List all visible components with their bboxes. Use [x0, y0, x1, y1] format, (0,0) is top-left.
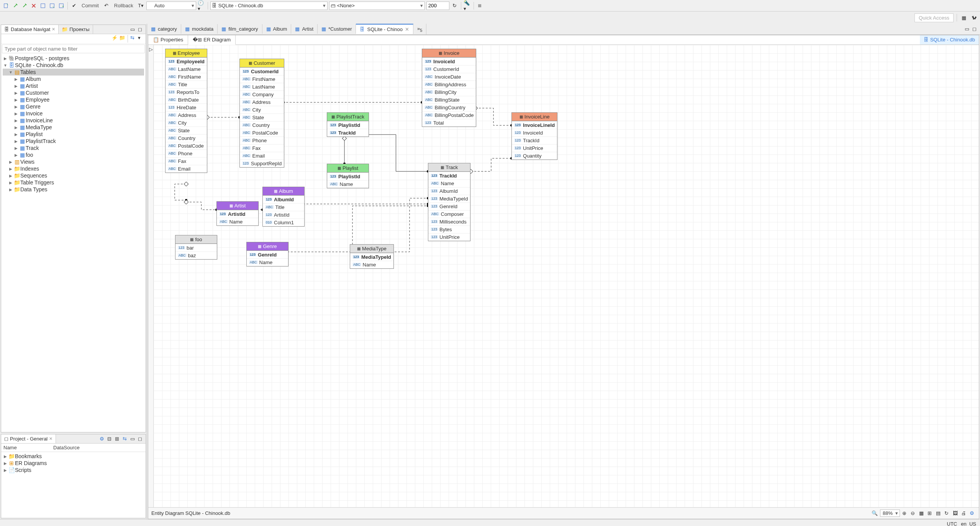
settings-icon[interactable]: ⚙	[970, 510, 976, 516]
add-box-icon[interactable]: ⊞	[115, 436, 121, 442]
entity-column-email[interactable]: ABCEmail	[166, 165, 207, 173]
entity-header[interactable]: ▦foo	[175, 235, 217, 244]
refresh-icon[interactable]: ↻	[944, 510, 951, 516]
entity-header[interactable]: ▦Invoice	[422, 49, 476, 58]
connect-alt-icon[interactable]	[21, 2, 28, 10]
tree-node-table-invoiceline[interactable]: ▶▦InvoiceLine	[3, 117, 144, 124]
tables-icon[interactable]: ▤	[936, 510, 942, 516]
entity-column-bar[interactable]: 123bar	[175, 244, 217, 251]
tree-node-table-genre[interactable]: ▶▦Genre	[3, 103, 144, 110]
entity-column-fax[interactable]: ABCFax	[240, 144, 284, 152]
entity-column-customerid[interactable]: 123CustomerId	[240, 67, 284, 75]
row-limit-input[interactable]	[426, 2, 449, 10]
rollback-button[interactable]: Rollback	[112, 3, 136, 8]
editor-tab-customer[interactable]: ▦*Customer	[318, 24, 356, 34]
entity-column-baz[interactable]: ABCbaz	[175, 251, 217, 259]
project-item-er-diagrams[interactable]: ▶⊞ER Diagrams	[3, 460, 144, 467]
entity-column-invoiceid[interactable]: 123InvoiceId	[512, 129, 557, 136]
layout-icon[interactable]: ▦	[919, 510, 925, 516]
editor-tab-mockdata[interactable]: ▦mockdata	[181, 24, 218, 34]
entity-column-state[interactable]: ABCState	[240, 113, 284, 121]
entity-header[interactable]: ▦Track	[428, 163, 470, 172]
stop-icon[interactable]: ⏹	[476, 2, 484, 10]
entity-column-billingstate[interactable]: ABCBillingState	[422, 96, 476, 104]
entity-column-customerid[interactable]: 123CustomerId	[422, 65, 476, 73]
commit-button[interactable]: Commit	[79, 3, 101, 8]
entity-column-fax[interactable]: ABCFax	[166, 157, 207, 165]
entity-foo[interactable]: ▦foo123barABCbaz	[175, 235, 217, 260]
tree-node-table-foo[interactable]: ▶▦foo	[3, 151, 144, 158]
quick-access-button[interactable]: Quick Access	[914, 13, 954, 22]
connection-combo[interactable]: 🗄 SQLite - Chinook.db	[210, 2, 328, 10]
entity-column-reportsto[interactable]: 123ReportsTo	[166, 88, 207, 96]
entity-column-firstname[interactable]: ABCFirstName	[166, 73, 207, 81]
zoom-out-icon[interactable]: ⊖	[911, 510, 917, 516]
entity-column-composer[interactable]: ABCComposer	[428, 210, 470, 218]
editor-tab-filmcategory[interactable]: ▦film_category	[218, 24, 262, 34]
entity-column-trackid[interactable]: 123TrackId	[428, 172, 470, 179]
entity-artist[interactable]: ▦Artist123ArtistIdABCName	[216, 201, 259, 226]
gear-icon[interactable]: ⚙	[100, 436, 106, 442]
perspective-open-icon[interactable]: ▦	[960, 14, 968, 21]
grid-icon[interactable]: ⊞	[928, 510, 934, 516]
entity-playlisttrack[interactable]: ▦PlaylistTrack123PlaylistId123TrackId	[327, 112, 369, 137]
entity-genre[interactable]: ▦Genre123GenreIdABCName	[246, 242, 288, 266]
collapse-icon[interactable]: ⊟	[107, 436, 113, 442]
sql-script-icon[interactable]	[48, 2, 56, 10]
tree-node-sqlite[interactable]: ▼🗄SQLite - Chinook.db	[3, 62, 144, 69]
entity-playlist[interactable]: ▦Playlist123PlaylistIdABCName	[327, 164, 369, 188]
nav-tab-projects[interactable]: 📁 Проекты	[59, 25, 93, 34]
entity-column-trackid[interactable]: 123TrackId	[512, 136, 557, 144]
entity-column-birthdate[interactable]: ABCBirthDate	[166, 96, 207, 104]
entity-column-email[interactable]: ABCEmail	[240, 152, 284, 159]
editor-tab-sqlitechinoo[interactable]: 🗄SQLite - Chinoo✕	[356, 24, 413, 34]
entity-column-unitprice[interactable]: 123UnitPrice	[428, 233, 470, 241]
er-diagram-canvas[interactable]: ▦Employee123EmployeeIdABCLastNameABCFirs…	[154, 45, 979, 507]
entity-column-firstname[interactable]: ABCFirstName	[240, 75, 284, 83]
tx-mode-combo[interactable]: Auto	[146, 2, 196, 10]
close-icon[interactable]: ✕	[405, 26, 409, 32]
entity-track[interactable]: ▦Track123TrackIdABCName123AlbumId123Medi…	[428, 163, 470, 241]
search-icon[interactable]: 🔍	[872, 510, 878, 516]
entity-column-country[interactable]: ABCCountry	[240, 121, 284, 129]
tree-node-table-artist[interactable]: ▶▦Artist	[3, 82, 144, 89]
nav-tab-database[interactable]: 🗄 Database Navigat ✕	[1, 25, 59, 34]
entity-column-title[interactable]: ABCTitle	[166, 81, 207, 88]
new-folder-icon[interactable]: 📁	[119, 35, 125, 41]
tree-node-table-album[interactable]: ▶▦Album	[3, 76, 144, 82]
entity-column-invoiceid[interactable]: 123InvoiceId	[422, 58, 476, 65]
perspective-dbeaver-icon[interactable]: 🐿	[970, 14, 978, 21]
entity-column-artistid[interactable]: 123ArtistId	[217, 210, 258, 218]
tabs-overflow[interactable]: »5	[413, 24, 426, 35]
minimize-icon[interactable]: ▭	[965, 26, 971, 32]
tree-node-triggers[interactable]: ▶📁Table Triggers	[3, 179, 144, 186]
entity-header[interactable]: ▦InvoiceLine	[512, 113, 557, 121]
entity-invoice[interactable]: ▦Invoice123InvoiceId123CustomerIdABCInvo…	[422, 49, 476, 127]
editor-tab-category[interactable]: ▦category	[147, 24, 181, 34]
entity-column-invoicedate[interactable]: ABCInvoiceDate	[422, 73, 476, 81]
refresh-icon[interactable]: ↻	[451, 2, 459, 10]
tree-node-tables[interactable]: ▼▤Tables	[3, 69, 144, 76]
tree-node-datatypes[interactable]: ▶📁Data Types	[3, 186, 144, 193]
tree-node-table-mediatype[interactable]: ▶▦MediaType	[3, 124, 144, 131]
entity-column-name[interactable]: ABCName	[247, 258, 288, 266]
entity-header[interactable]: ▦Employee	[166, 49, 207, 58]
entity-header[interactable]: ▦Playlist	[327, 164, 369, 173]
menu-icon[interactable]: ▾	[138, 35, 144, 41]
entity-column-hiredate[interactable]: 123HireDate	[166, 104, 207, 111]
nav-filter-input[interactable]	[2, 44, 145, 53]
entity-header[interactable]: ▦Album	[263, 187, 304, 196]
entity-column-company[interactable]: ABCCompany	[240, 90, 284, 98]
sql-editor-icon[interactable]	[39, 2, 47, 10]
editor-tab-album[interactable]: ▦Album	[262, 24, 292, 34]
entity-column-trackid[interactable]: 123TrackId	[327, 129, 369, 136]
tree-node-table-employee[interactable]: ▶▦Employee	[3, 96, 144, 103]
tree-node-table-playlist[interactable]: ▶▦Playlist	[3, 131, 144, 138]
tree-node-table-customer[interactable]: ▶▦Customer	[3, 89, 144, 96]
link-icon[interactable]: ⇆	[130, 35, 136, 41]
entity-column-invoicelineid[interactable]: 123InvoiceLineId	[512, 121, 557, 129]
entity-column-city[interactable]: ABCCity	[240, 106, 284, 113]
entity-column-name[interactable]: ABCName	[428, 179, 470, 187]
schema-combo[interactable]: 🗃 <None>	[329, 2, 425, 10]
tree-node-sequences[interactable]: ▶📁Sequences	[3, 172, 144, 179]
